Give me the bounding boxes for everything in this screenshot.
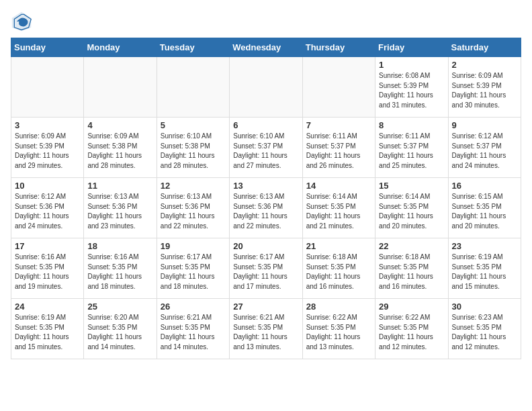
calendar-cell: 5Sunrise: 6:10 AM Sunset: 5:38 PM Daylig… xyxy=(157,118,229,178)
calendar-cell xyxy=(302,57,375,118)
calendar-cell: 6Sunrise: 6:10 AM Sunset: 5:37 PM Daylig… xyxy=(230,118,302,178)
logo-icon xyxy=(11,11,32,32)
day-info: Sunrise: 6:17 AM Sunset: 5:35 PM Dayligh… xyxy=(161,253,226,291)
day-number: 15 xyxy=(379,181,444,191)
day-info: Sunrise: 6:13 AM Sunset: 5:36 PM Dayligh… xyxy=(87,192,152,231)
day-info: Sunrise: 6:21 AM Sunset: 5:35 PM Dayligh… xyxy=(233,313,298,352)
day-info: Sunrise: 6:09 AM Sunset: 5:38 PM Dayligh… xyxy=(87,132,152,171)
day-number: 3 xyxy=(15,120,80,130)
calendar-cell: 21Sunrise: 6:18 AM Sunset: 5:35 PM Dayli… xyxy=(302,238,375,299)
day-number: 22 xyxy=(379,241,444,251)
calendar-week-row: 10Sunrise: 6:12 AM Sunset: 5:36 PM Dayli… xyxy=(11,178,521,238)
day-number: 12 xyxy=(161,181,226,191)
calendar-cell: 14Sunrise: 6:14 AM Sunset: 5:35 PM Dayli… xyxy=(302,178,375,238)
day-number: 13 xyxy=(233,181,298,191)
calendar-week-row: 3Sunrise: 6:09 AM Sunset: 5:39 PM Daylig… xyxy=(11,118,521,178)
day-info: Sunrise: 6:22 AM Sunset: 5:35 PM Dayligh… xyxy=(306,313,371,352)
day-info: Sunrise: 6:22 AM Sunset: 5:35 PM Dayligh… xyxy=(379,313,444,352)
calendar-cell: 27Sunrise: 6:21 AM Sunset: 5:35 PM Dayli… xyxy=(230,299,302,359)
calendar-cell: 9Sunrise: 6:12 AM Sunset: 5:37 PM Daylig… xyxy=(448,118,521,178)
day-of-week-header: Tuesday xyxy=(157,38,229,57)
calendar-cell: 11Sunrise: 6:13 AM Sunset: 5:36 PM Dayli… xyxy=(84,178,157,238)
day-info: Sunrise: 6:09 AM Sunset: 5:39 PM Dayligh… xyxy=(15,132,80,171)
calendar-cell: 7Sunrise: 6:11 AM Sunset: 5:37 PM Daylig… xyxy=(302,118,375,178)
calendar-header-row: SundayMondayTuesdayWednesdayThursdayFrid… xyxy=(11,38,521,57)
day-info: Sunrise: 6:18 AM Sunset: 5:35 PM Dayligh… xyxy=(379,253,444,291)
calendar-week-row: 17Sunrise: 6:16 AM Sunset: 5:35 PM Dayli… xyxy=(11,238,521,299)
day-number: 16 xyxy=(452,181,517,191)
calendar-week-row: 1Sunrise: 6:08 AM Sunset: 5:39 PM Daylig… xyxy=(11,57,521,118)
day-number: 29 xyxy=(379,302,444,312)
day-info: Sunrise: 6:23 AM Sunset: 5:35 PM Dayligh… xyxy=(452,313,517,352)
day-number: 19 xyxy=(161,241,226,251)
calendar-cell: 1Sunrise: 6:08 AM Sunset: 5:39 PM Daylig… xyxy=(375,57,448,118)
day-info: Sunrise: 6:19 AM Sunset: 5:35 PM Dayligh… xyxy=(452,253,517,291)
day-number: 10 xyxy=(15,181,80,191)
calendar-cell: 8Sunrise: 6:11 AM Sunset: 5:37 PM Daylig… xyxy=(375,118,448,178)
calendar-cell: 26Sunrise: 6:21 AM Sunset: 5:35 PM Dayli… xyxy=(157,299,229,359)
day-number: 11 xyxy=(87,181,152,191)
calendar-cell xyxy=(157,57,229,118)
day-number: 4 xyxy=(87,120,152,130)
calendar-cell: 28Sunrise: 6:22 AM Sunset: 5:35 PM Dayli… xyxy=(302,299,375,359)
day-info: Sunrise: 6:18 AM Sunset: 5:35 PM Dayligh… xyxy=(306,253,371,291)
day-number: 28 xyxy=(306,302,371,312)
calendar-cell: 4Sunrise: 6:09 AM Sunset: 5:38 PM Daylig… xyxy=(84,118,157,178)
calendar-cell xyxy=(230,57,302,118)
calendar-cell: 24Sunrise: 6:19 AM Sunset: 5:35 PM Dayli… xyxy=(11,299,84,359)
day-number: 5 xyxy=(161,120,226,130)
day-info: Sunrise: 6:19 AM Sunset: 5:35 PM Dayligh… xyxy=(15,313,80,352)
day-info: Sunrise: 6:21 AM Sunset: 5:35 PM Dayligh… xyxy=(161,313,226,352)
calendar-cell: 30Sunrise: 6:23 AM Sunset: 5:35 PM Dayli… xyxy=(448,299,521,359)
day-info: Sunrise: 6:13 AM Sunset: 5:36 PM Dayligh… xyxy=(233,192,298,231)
calendar-cell: 23Sunrise: 6:19 AM Sunset: 5:35 PM Dayli… xyxy=(448,238,521,299)
calendar-table: SundayMondayTuesdayWednesdayThursdayFrid… xyxy=(11,38,521,359)
day-info: Sunrise: 6:12 AM Sunset: 5:36 PM Dayligh… xyxy=(15,192,80,231)
calendar-cell: 12Sunrise: 6:13 AM Sunset: 5:36 PM Dayli… xyxy=(157,178,229,238)
day-info: Sunrise: 6:16 AM Sunset: 5:35 PM Dayligh… xyxy=(15,253,80,291)
day-number: 8 xyxy=(379,120,444,130)
calendar-cell: 20Sunrise: 6:17 AM Sunset: 5:35 PM Dayli… xyxy=(230,238,302,299)
calendar-cell: 17Sunrise: 6:16 AM Sunset: 5:35 PM Dayli… xyxy=(11,238,84,299)
day-number: 14 xyxy=(306,181,371,191)
calendar-cell: 13Sunrise: 6:13 AM Sunset: 5:36 PM Dayli… xyxy=(230,178,302,238)
calendar-cell xyxy=(84,57,157,118)
day-of-week-header: Friday xyxy=(375,38,448,57)
day-number: 30 xyxy=(452,302,517,312)
day-info: Sunrise: 6:14 AM Sunset: 5:35 PM Dayligh… xyxy=(306,192,371,231)
day-info: Sunrise: 6:20 AM Sunset: 5:35 PM Dayligh… xyxy=(87,313,152,352)
day-number: 1 xyxy=(379,60,444,70)
day-info: Sunrise: 6:10 AM Sunset: 5:38 PM Dayligh… xyxy=(161,132,226,171)
day-number: 2 xyxy=(452,60,517,70)
day-of-week-header: Saturday xyxy=(448,38,521,57)
day-info: Sunrise: 6:08 AM Sunset: 5:39 PM Dayligh… xyxy=(379,71,444,110)
calendar-cell: 2Sunrise: 6:09 AM Sunset: 5:39 PM Daylig… xyxy=(448,57,521,118)
day-number: 24 xyxy=(15,302,80,312)
day-number: 7 xyxy=(306,120,371,130)
calendar-cell: 3Sunrise: 6:09 AM Sunset: 5:39 PM Daylig… xyxy=(11,118,84,178)
calendar-cell: 22Sunrise: 6:18 AM Sunset: 5:35 PM Dayli… xyxy=(375,238,448,299)
day-info: Sunrise: 6:13 AM Sunset: 5:36 PM Dayligh… xyxy=(161,192,226,231)
day-number: 20 xyxy=(233,241,298,251)
logo xyxy=(11,11,35,32)
calendar-cell: 15Sunrise: 6:14 AM Sunset: 5:35 PM Dayli… xyxy=(375,178,448,238)
day-number: 9 xyxy=(452,120,517,130)
day-of-week-header: Monday xyxy=(84,38,157,57)
day-info: Sunrise: 6:15 AM Sunset: 5:35 PM Dayligh… xyxy=(452,192,517,231)
day-of-week-header: Thursday xyxy=(302,38,375,57)
calendar-cell: 19Sunrise: 6:17 AM Sunset: 5:35 PM Dayli… xyxy=(157,238,229,299)
day-of-week-header: Sunday xyxy=(11,38,84,57)
calendar-cell: 16Sunrise: 6:15 AM Sunset: 5:35 PM Dayli… xyxy=(448,178,521,238)
day-of-week-header: Wednesday xyxy=(230,38,302,57)
day-number: 23 xyxy=(452,241,517,251)
day-info: Sunrise: 6:14 AM Sunset: 5:35 PM Dayligh… xyxy=(379,192,444,231)
day-info: Sunrise: 6:17 AM Sunset: 5:35 PM Dayligh… xyxy=(233,253,298,291)
day-number: 26 xyxy=(161,302,226,312)
day-info: Sunrise: 6:10 AM Sunset: 5:37 PM Dayligh… xyxy=(233,132,298,171)
calendar-cell: 18Sunrise: 6:16 AM Sunset: 5:35 PM Dayli… xyxy=(84,238,157,299)
day-info: Sunrise: 6:11 AM Sunset: 5:37 PM Dayligh… xyxy=(379,132,444,171)
calendar-cell: 25Sunrise: 6:20 AM Sunset: 5:35 PM Dayli… xyxy=(84,299,157,359)
calendar-week-row: 24Sunrise: 6:19 AM Sunset: 5:35 PM Dayli… xyxy=(11,299,521,359)
day-number: 27 xyxy=(233,302,298,312)
calendar-cell: 29Sunrise: 6:22 AM Sunset: 5:35 PM Dayli… xyxy=(375,299,448,359)
